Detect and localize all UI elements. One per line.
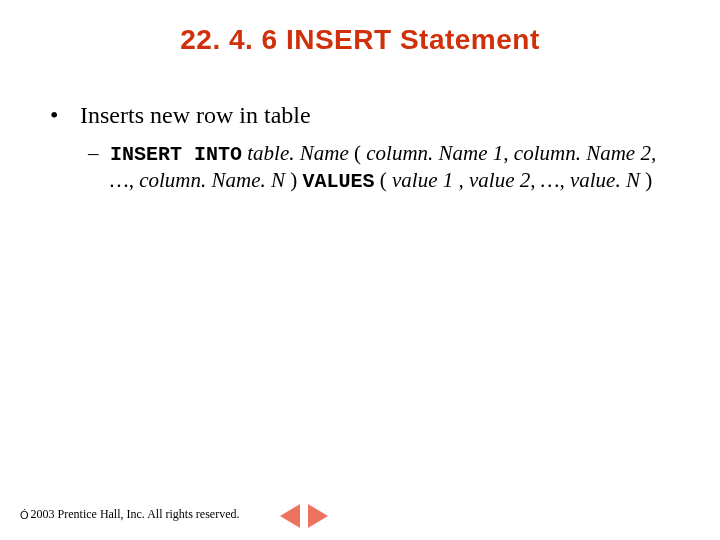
slide-body: • Inserts new row in table – INSERT INTO…: [50, 100, 680, 194]
footer: Ó 2003 Prentice Hall, Inc. All rights re…: [20, 507, 240, 522]
sep-4: , …,: [530, 168, 570, 192]
nav-buttons: [280, 504, 328, 528]
value-2: value 2: [469, 168, 530, 192]
copyright-symbol: Ó: [20, 509, 29, 521]
open-paren-1: (: [349, 141, 367, 165]
prev-button[interactable]: [280, 504, 300, 528]
slide-title: 22. 4. 6 INSERT Statement: [0, 24, 720, 56]
close-paren-2: ): [640, 168, 652, 192]
column-n: column. Name. N: [139, 168, 285, 192]
bullet-dot: •: [50, 100, 80, 130]
value-1: value 1: [392, 168, 453, 192]
next-button[interactable]: [308, 504, 328, 528]
column-2: column. Name 2: [514, 141, 651, 165]
table-name: table. Name: [247, 141, 348, 165]
keyword-insert-into: INSERT INTO: [110, 143, 242, 166]
bullet-text: Inserts new row in table: [80, 100, 311, 130]
keyword-values: VALUES: [303, 170, 375, 193]
open-paren-2: (: [375, 168, 393, 192]
bullet-dash: –: [88, 140, 110, 166]
syntax-line: INSERT INTO table. Name ( column. Name 1…: [110, 140, 680, 194]
slide: 22. 4. 6 INSERT Statement • Inserts new …: [0, 0, 720, 540]
sep-1: ,: [503, 141, 514, 165]
column-1: column. Name 1: [366, 141, 503, 165]
sep-3: ,: [453, 168, 469, 192]
copyright-text: 2003 Prentice Hall, Inc. All rights rese…: [31, 507, 240, 522]
value-n: value. N: [570, 168, 640, 192]
bullet-level-2: – INSERT INTO table. Name ( column. Name…: [88, 140, 680, 194]
close-paren-1: ): [285, 168, 303, 192]
bullet-level-1: • Inserts new row in table: [50, 100, 680, 130]
